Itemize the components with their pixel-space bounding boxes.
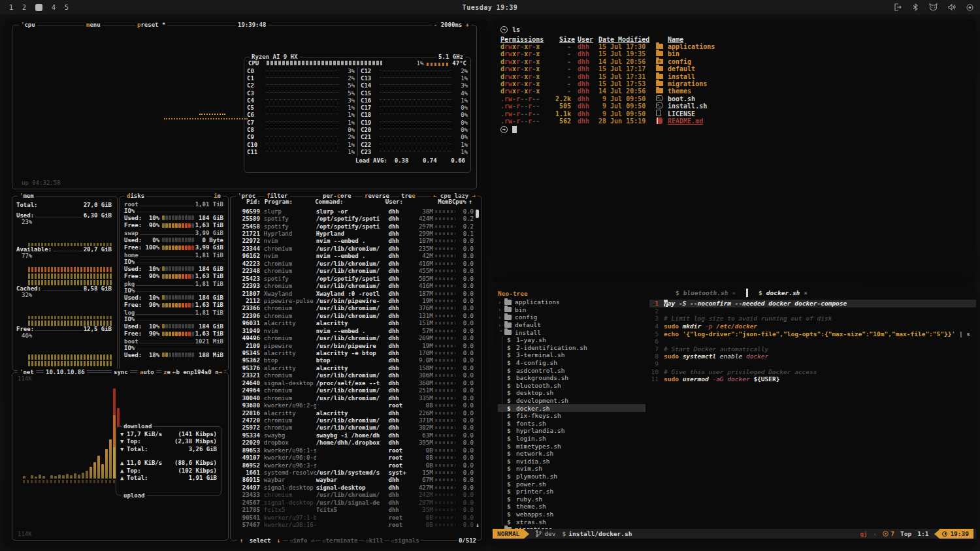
proc-scrollbar[interactable] <box>476 210 479 218</box>
volume-icon[interactable] <box>948 3 956 11</box>
process-row[interactable]: 93680kworker/u96:2-gfroot0B0.0 <box>233 401 474 409</box>
neotree-item-power.sh[interactable]: $power.sh <box>498 480 649 488</box>
scroll-down-arrow[interactable]: ↓ <box>476 522 480 528</box>
code-line[interactable]: 1yay -S --noconfirm --needed docker dock… <box>649 300 976 307</box>
process-row[interactable]: 89653kworker/u96:1-sdroot0B0.0 <box>233 447 474 454</box>
terminate-button[interactable]: ▫terminate <box>321 537 359 544</box>
filter-button[interactable]: filter <box>265 193 290 199</box>
proc-column-[interactable]: ↑ <box>466 198 472 205</box>
process-row[interactable]: 86915waybarwaybardhh67M0.0 <box>233 477 474 484</box>
process-row[interactable]: 96031alacrittyalacrittydhh151M0.0 <box>233 320 474 327</box>
neotree-item-xtras.sh[interactable]: $xtras.sh <box>498 518 649 526</box>
process-row[interactable]: 24964chromium/usr/lib/chromium/dhh251M0.… <box>233 387 474 394</box>
neotree-item-docker.sh[interactable]: $docker.sh <box>498 404 645 412</box>
proc-box-title[interactable]: 'proc <box>236 193 257 199</box>
disks-box-title[interactable]: disks <box>125 193 146 199</box>
net-auto-button[interactable]: auto <box>138 369 156 375</box>
proc-column-cpu[interactable]: Cpu% <box>452 198 466 205</box>
neotree-item-hyprlandia.sh[interactable]: $hyprlandia.sh <box>498 427 649 435</box>
process-row[interactable]: 24497signal-desktopsignal-desktopdhh427M… <box>233 484 474 491</box>
process-row[interactable]: 22029dropbox/home/dhh/.dropboxdhh395M0.0 <box>233 439 474 447</box>
neotree-item-nvidia.sh[interactable]: $nvidia.sh <box>498 457 649 465</box>
process-row[interactable]: 31949nvimnvim --embed .dhh57M0.0 <box>233 327 474 334</box>
process-row[interactable]: 49107kworker/u96:0-dmroot0B0.0 <box>233 454 474 461</box>
process-list[interactable]: 96599slurpslurp -ordhh38M0.025589spotify… <box>233 208 474 529</box>
tab-bluetooth.sh[interactable]: $bluetooth.sh× <box>666 287 745 298</box>
code-line[interactable]: 10# Give this user privileged Docker acc… <box>649 368 976 375</box>
net-interface-switcher[interactable]: ←b enp194s0 n→ <box>171 369 224 375</box>
neotree-item-theme.sh[interactable]: $theme.sh <box>498 503 649 511</box>
neotree-item-plymouth.sh[interactable]: $plymouth.sh <box>498 473 649 480</box>
process-row[interactable]: 22393chromium/usr/lib/chromium/dhh416M0.… <box>233 282 474 289</box>
process-row[interactable]: 21785fcitx5fcitx5dhh35M0.0 <box>233 507 474 514</box>
tab-close-icon[interactable]: × <box>732 289 736 296</box>
info-button[interactable]: ▫info ⏎ <box>288 537 316 544</box>
proc-column-user[interactable]: User: <box>385 198 408 205</box>
process-row[interactable]: 42223chromium/usr/lib/chromium/dhh416M0.… <box>233 260 474 267</box>
io-mode-button[interactable]: io <box>212 193 223 199</box>
net-sync-button[interactable]: sync <box>112 369 130 375</box>
process-row[interactable]: 96162nvimnvim --embed .dhh42M0.0 <box>233 253 474 260</box>
process-row[interactable]: 86952kworker/u96:3-sdroot0B0.0 <box>233 462 474 469</box>
neotree-item-webapps.sh[interactable]: $webapps.sh <box>498 511 649 518</box>
neotree-item-2-identification.sh[interactable]: $2-identification.sh <box>498 344 649 352</box>
record-icon[interactable] <box>966 4 973 11</box>
mem-box-title[interactable]: 'mem <box>18 193 36 199</box>
code-buffer[interactable]: 1yay -S --noconfirm --needed docker dock… <box>649 298 976 383</box>
process-row[interactable]: 95345alacrittyalacritty -e btopdhh170M0.… <box>233 349 474 356</box>
neotree-item-development.sh[interactable]: $development.sh <box>498 397 649 405</box>
process-row[interactable]: 25458spotify/opt/spotify/spotidhh297M0.2 <box>233 223 474 230</box>
neotree-item-backgrounds.sh[interactable]: $backgrounds.sh <box>498 374 649 382</box>
logout-icon[interactable] <box>894 3 902 11</box>
process-row[interactable]: 24720chromium/usr/lib/chromium/dhh371M0.… <box>233 417 474 424</box>
tree-button[interactable]: tree <box>399 193 417 199</box>
neotree-item-default[interactable]: ›default <box>498 321 649 329</box>
process-row[interactable]: 25972chromium/usr/lib/chromium/dhh302M0.… <box>233 424 474 432</box>
process-row[interactable]: 57467kworker/u98:16-broot0B0.0 <box>233 521 474 528</box>
process-row[interactable]: 22396chromium/usr/lib/chromium/dhh131M0.… <box>233 312 474 319</box>
code-line[interactable]: 6 <box>649 338 976 345</box>
select-control[interactable]: ↑ select ↓ <box>237 537 283 544</box>
process-row[interactable]: 22348chromium/usr/lib/chromium/dhh455M0.… <box>233 268 474 275</box>
neotree-item-fix-fkeys.sh[interactable]: $fix-fkeys.sh <box>498 412 649 420</box>
neotree-items[interactable]: ›applications›bin›config›default›install… <box>498 298 649 533</box>
net-box-title[interactable]: 'net <box>18 369 36 375</box>
proc-column-memb[interactable]: MemB <box>408 198 452 205</box>
neotree-item-1-yay.sh[interactable]: $1-yay.sh <box>498 336 649 344</box>
process-row[interactable]: 2109pipewire/usr/bin/pipewiredhh19M0.0 <box>233 342 474 349</box>
process-row[interactable]: 21807XwaylandXwayland :0 -rootldhh187M0.… <box>233 290 474 297</box>
neotree-item-login.sh[interactable]: $login.sh <box>498 435 649 443</box>
neotree-item-install[interactable]: ›install <box>498 328 649 336</box>
process-row[interactable]: 23321chromium/usr/lib/chromium/dhh306M0.… <box>233 372 474 379</box>
process-row[interactable]: 23366chromium/usr/lib/chromium/dhh376M0.… <box>233 305 474 312</box>
neotree-item-mimetypes.sh[interactable]: $mimetypes.sh <box>498 442 649 450</box>
code-line[interactable]: 4sudo mkdir -p /etc/docker <box>649 323 976 330</box>
process-row[interactable]: 25423spotify/opt/spotify/spotidhh505M0.0 <box>233 275 474 282</box>
neotree-item-asdcontrol.sh[interactable]: $asdcontrol.sh <box>498 366 649 374</box>
per-core-button[interactable]: per-core <box>321 193 353 199</box>
neotree-item-fonts.sh[interactable]: $fonts.sh <box>498 420 649 428</box>
tab-close-icon[interactable]: × <box>804 289 808 296</box>
menu-button[interactable]: menu <box>84 22 103 28</box>
process-row[interactable]: 23433chromium/usr/lib/chromium/dhh242M0.… <box>233 492 474 499</box>
reverse-button[interactable]: reverse <box>363 193 391 199</box>
prompt-line-2[interactable]: → <box>500 126 968 133</box>
kill-button[interactable]: ▫kill <box>364 537 384 544</box>
code-line[interactable]: 9 <box>649 360 976 368</box>
neotree-item-config[interactable]: ›config <box>498 313 649 321</box>
neotree-item-bluetooth.sh[interactable]: $bluetooth.sh <box>498 382 649 390</box>
sort-selector[interactable]: ← cpu lazy → <box>431 193 478 199</box>
cat-icon[interactable] <box>929 3 938 11</box>
process-row[interactable]: 2112pipewire-pulse/usr/bin/pipewire-dhh1… <box>233 297 474 304</box>
process-row[interactable]: 95376alacrittyalacrittydhh158M0.0 <box>233 364 474 371</box>
proc-column-program[interactable]: Program: <box>261 198 315 205</box>
process-row[interactable]: 22816alacrittyalacrittydhh226M0.0 <box>233 409 474 417</box>
neotree-item-desktop.sh[interactable]: $desktop.sh <box>498 389 649 397</box>
bluetooth-icon[interactable] <box>912 3 919 11</box>
buffer-tabline[interactable]: $bluetooth.sh×$docker.sh× <box>649 287 976 298</box>
neotree-item-printer.sh[interactable]: $printer.sh <box>498 488 649 496</box>
proc-column-pid[interactable]: Pid: <box>235 198 261 205</box>
tab-docker.sh[interactable]: $docker.sh× <box>749 287 817 298</box>
neotree-item-ruby.sh[interactable]: $ruby.sh <box>498 495 649 503</box>
cpu-box-title[interactable]: 'cpu <box>19 22 37 28</box>
